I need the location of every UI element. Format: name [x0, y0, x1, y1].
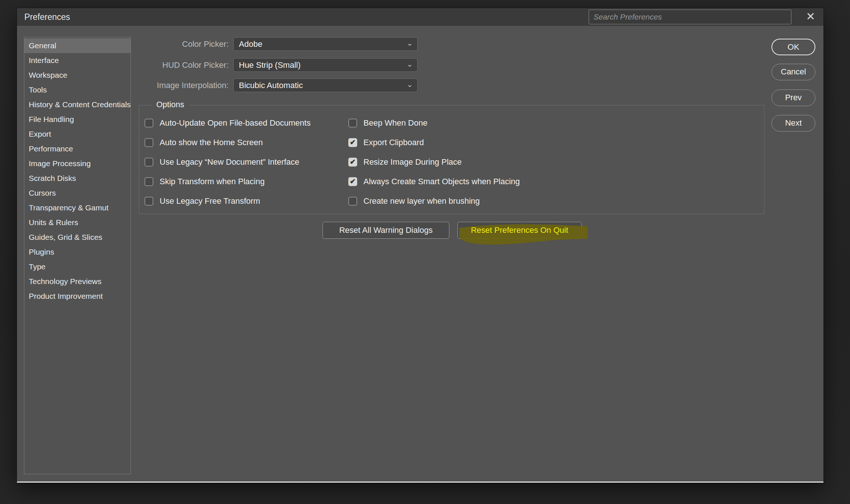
option-label: Use Legacy “New Document” Interface	[160, 157, 299, 167]
option-label: Beep When Done	[363, 118, 428, 128]
options-group: Options ✔ Auto-Update Open File-based Do…	[139, 105, 764, 214]
checkbox[interactable]: ✔	[348, 177, 357, 186]
color-picker-label: Color Picker:	[17, 39, 229, 49]
options-right-column: ✔ Beep When Done ✔ Export Clipboard ✔ Re…	[348, 119, 520, 216]
checkbox[interactable]: ✔	[144, 138, 153, 147]
checkbox[interactable]: ✔	[348, 138, 357, 147]
cancel-button[interactable]: Cancel	[771, 64, 815, 80]
image-interpolation-row: Image Interpolation: Bicubic Automatic ⌄	[17, 78, 418, 92]
ok-button[interactable]: OK	[771, 39, 815, 55]
checkbox[interactable]: ✔	[348, 197, 357, 206]
option-create-new-layer-when-brushing: ✔ Create new layer when brushing	[348, 197, 520, 206]
option-label: Use Legacy Free Transform	[160, 196, 260, 206]
option-label: Export Clipboard	[363, 138, 424, 147]
option-resize-image-during-place: ✔ Resize Image During Place	[348, 158, 520, 167]
sidebar-item-history-content-credentials[interactable]: History & Content Credentials	[24, 97, 130, 112]
color-picker-value: Adobe	[239, 39, 262, 49]
sidebar-item-plugins[interactable]: Plugins	[24, 245, 130, 259]
sidebar-item-guides-grid-slices[interactable]: Guides, Grid & Slices	[24, 230, 130, 245]
chevron-down-icon: ⌄	[407, 62, 413, 66]
sidebar-item-file-handling[interactable]: File Handling	[24, 112, 130, 127]
image-interpolation-value: Bicubic Automatic	[239, 81, 303, 90]
option-always-create-smart-objects-when-placing: ✔ Always Create Smart Objects when Placi…	[348, 177, 520, 186]
option-use-legacy-new-document-interface: ✔ Use Legacy “New Document” Interface	[144, 158, 311, 167]
chevron-down-icon: ⌄	[407, 41, 413, 45]
option-label: Resize Image During Place	[363, 157, 462, 167]
checkbox[interactable]: ✔	[144, 119, 153, 127]
option-auto-show-home-screen: ✔ Auto show the Home Screen	[144, 138, 311, 147]
button-label: Reset Preferences On Quit	[471, 225, 568, 235]
option-label: Auto-Update Open File-based Documents	[160, 118, 311, 128]
sidebar-item-export[interactable]: Export	[24, 127, 130, 141]
sidebar-item-performance[interactable]: Performance	[24, 141, 130, 156]
sidebar-item-cursors[interactable]: Cursors	[24, 186, 130, 200]
image-interpolation-label: Image Interpolation:	[17, 81, 229, 90]
checkbox[interactable]: ✔	[144, 197, 153, 206]
sidebar-item-transparency-gamut[interactable]: Transparency & Gamut	[24, 200, 130, 215]
hud-color-picker-select[interactable]: Hue Strip (Small) ⌄	[233, 58, 418, 72]
options-legend: Options	[152, 100, 189, 109]
option-label: Skip Transform when Placing	[160, 177, 265, 186]
sidebar-item-image-processing[interactable]: Image Processing	[24, 156, 130, 171]
options-left-column: ✔ Auto-Update Open File-based Documents …	[144, 119, 311, 216]
checkbox[interactable]: ✔	[348, 158, 357, 167]
checkmark-icon: ✔	[350, 158, 356, 166]
checkmark-icon: ✔	[350, 139, 356, 146]
option-auto-update-open-file-based-documents: ✔ Auto-Update Open File-based Documents	[144, 119, 311, 127]
next-button[interactable]: Next	[771, 115, 815, 132]
search-input[interactable]	[589, 10, 791, 24]
sidebar: General Interface Workspace Tools Histor…	[24, 37, 131, 474]
dialog-title: Preferences	[24, 8, 70, 26]
checkbox[interactable]: ✔	[348, 119, 357, 127]
close-icon: ✕	[806, 10, 815, 22]
hud-color-picker-label: HUD Color Picker:	[17, 60, 229, 70]
prev-button[interactable]: Prev	[771, 90, 815, 106]
option-label: Auto show the Home Screen	[160, 138, 263, 147]
hud-color-picker-value: Hue Strip (Small)	[239, 60, 300, 70]
reset-warning-dialogs-button[interactable]: Reset All Warning Dialogs	[323, 222, 449, 239]
option-use-legacy-free-transform: ✔ Use Legacy Free Transform	[144, 197, 311, 206]
checkbox[interactable]: ✔	[144, 158, 153, 167]
sidebar-item-units-rulers[interactable]: Units & Rulers	[24, 215, 130, 230]
option-beep-when-done: ✔ Beep When Done	[348, 119, 520, 127]
hud-color-picker-row: HUD Color Picker: Hue Strip (Small) ⌄	[17, 58, 418, 72]
checkmark-icon: ✔	[350, 178, 356, 185]
image-interpolation-select[interactable]: Bicubic Automatic ⌄	[233, 78, 418, 92]
sidebar-item-technology-previews[interactable]: Technology Previews	[24, 274, 130, 289]
checkbox[interactable]: ✔	[144, 177, 153, 186]
chevron-down-icon: ⌄	[407, 83, 413, 86]
preferences-dialog: Preferences ✕ General Interface Workspac…	[17, 8, 823, 483]
sidebar-item-product-improvement[interactable]: Product Improvement	[24, 289, 130, 304]
option-skip-transform-when-placing: ✔ Skip Transform when Placing	[144, 177, 311, 186]
option-label: Always Create Smart Objects when Placing	[363, 177, 520, 186]
option-label: Create new layer when brushing	[363, 196, 480, 206]
sidebar-item-scratch-disks[interactable]: Scratch Disks	[24, 171, 130, 186]
titlebar: Preferences ✕	[17, 8, 823, 26]
sidebar-item-type[interactable]: Type	[24, 259, 130, 274]
color-picker-row: Color Picker: Adobe ⌄	[17, 37, 418, 51]
option-export-clipboard: ✔ Export Clipboard	[348, 138, 520, 147]
reset-preferences-on-quit-button[interactable]: Reset Preferences On Quit	[457, 222, 582, 239]
close-button[interactable]: ✕	[802, 8, 819, 26]
color-picker-select[interactable]: Adobe ⌄	[233, 37, 418, 51]
